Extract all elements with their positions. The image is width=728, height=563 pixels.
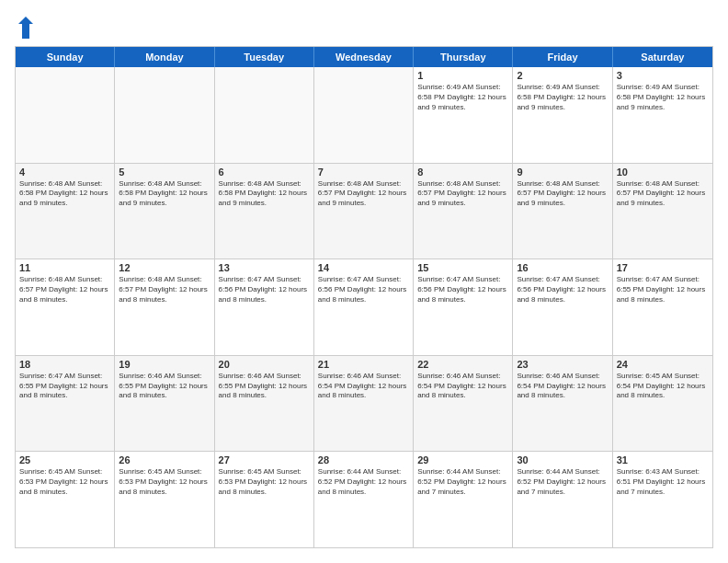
day-cell-18: 18Sunrise: 6:47 AM Sunset: 6:55 PM Dayli… bbox=[16, 356, 115, 452]
logo-icon bbox=[17, 15, 35, 40]
header-day-saturday: Saturday bbox=[613, 47, 712, 67]
header-day-thursday: Thursday bbox=[414, 47, 513, 67]
day-cell-17: 17Sunrise: 6:47 AM Sunset: 6:55 PM Dayli… bbox=[613, 259, 712, 355]
cell-info: Sunrise: 6:48 AM Sunset: 6:57 PM Dayligh… bbox=[19, 275, 110, 304]
day-number: 16 bbox=[517, 262, 608, 273]
day-cell-29: 29Sunrise: 6:44 AM Sunset: 6:52 PM Dayli… bbox=[414, 452, 513, 547]
day-number: 22 bbox=[417, 359, 508, 370]
day-cell-3: 3Sunrise: 6:49 AM Sunset: 6:58 PM Daylig… bbox=[613, 67, 712, 163]
cell-info: Sunrise: 6:46 AM Sunset: 6:55 PM Dayligh… bbox=[119, 372, 210, 401]
cell-info: Sunrise: 6:48 AM Sunset: 6:58 PM Dayligh… bbox=[219, 179, 310, 209]
calendar-body: 1Sunrise: 6:49 AM Sunset: 6:58 PM Daylig… bbox=[16, 67, 712, 547]
cell-info: Sunrise: 6:47 AM Sunset: 6:56 PM Dayligh… bbox=[417, 275, 508, 304]
calendar-week-2: 4Sunrise: 6:48 AM Sunset: 6:58 PM Daylig… bbox=[16, 164, 712, 260]
day-cell-6: 6Sunrise: 6:48 AM Sunset: 6:58 PM Daylig… bbox=[215, 164, 314, 259]
day-cell-2: 2Sunrise: 6:49 AM Sunset: 6:58 PM Daylig… bbox=[513, 67, 612, 163]
calendar-week-1: 1Sunrise: 6:49 AM Sunset: 6:58 PM Daylig… bbox=[16, 67, 712, 164]
header-day-monday: Monday bbox=[115, 47, 214, 67]
day-cell-13: 13Sunrise: 6:47 AM Sunset: 6:56 PM Dayli… bbox=[215, 259, 314, 355]
header bbox=[15, 15, 713, 37]
cell-info: Sunrise: 6:47 AM Sunset: 6:55 PM Dayligh… bbox=[617, 275, 709, 304]
cell-info: Sunrise: 6:49 AM Sunset: 6:58 PM Dayligh… bbox=[417, 83, 508, 112]
page: SundayMondayTuesdayWednesdayThursdayFrid… bbox=[0, 0, 728, 563]
day-number: 1 bbox=[417, 70, 508, 81]
day-number: 30 bbox=[517, 454, 608, 465]
cell-info: Sunrise: 6:46 AM Sunset: 6:54 PM Dayligh… bbox=[517, 372, 608, 401]
day-number: 27 bbox=[219, 454, 310, 465]
day-number: 15 bbox=[417, 262, 508, 273]
header-day-sunday: Sunday bbox=[16, 47, 115, 67]
day-number: 17 bbox=[617, 262, 709, 273]
day-number: 5 bbox=[119, 167, 210, 178]
day-cell-22: 22Sunrise: 6:46 AM Sunset: 6:54 PM Dayli… bbox=[414, 356, 513, 452]
day-number: 7 bbox=[318, 167, 409, 178]
day-number: 18 bbox=[19, 359, 110, 370]
cell-info: Sunrise: 6:48 AM Sunset: 6:58 PM Dayligh… bbox=[19, 179, 110, 209]
calendar-week-5: 25Sunrise: 6:45 AM Sunset: 6:53 PM Dayli… bbox=[16, 452, 712, 547]
day-cell-30: 30Sunrise: 6:44 AM Sunset: 6:52 PM Dayli… bbox=[513, 452, 612, 547]
day-cell-16: 16Sunrise: 6:47 AM Sunset: 6:56 PM Dayli… bbox=[513, 259, 612, 355]
cell-info: Sunrise: 6:48 AM Sunset: 6:57 PM Dayligh… bbox=[617, 179, 709, 209]
day-number: 20 bbox=[219, 359, 310, 370]
empty-cell bbox=[115, 67, 214, 163]
cell-info: Sunrise: 6:45 AM Sunset: 6:53 PM Dayligh… bbox=[219, 467, 310, 497]
day-number: 4 bbox=[19, 167, 110, 178]
day-cell-11: 11Sunrise: 6:48 AM Sunset: 6:57 PM Dayli… bbox=[16, 259, 115, 355]
day-number: 21 bbox=[318, 359, 409, 370]
day-number: 9 bbox=[517, 167, 608, 178]
day-cell-26: 26Sunrise: 6:45 AM Sunset: 6:53 PM Dayli… bbox=[115, 452, 214, 547]
day-cell-7: 7Sunrise: 6:48 AM Sunset: 6:57 PM Daylig… bbox=[314, 164, 414, 259]
cell-info: Sunrise: 6:44 AM Sunset: 6:52 PM Dayligh… bbox=[417, 467, 508, 497]
cell-info: Sunrise: 6:47 AM Sunset: 6:56 PM Dayligh… bbox=[517, 275, 608, 304]
day-cell-5: 5Sunrise: 6:48 AM Sunset: 6:58 PM Daylig… bbox=[115, 164, 214, 259]
day-cell-10: 10Sunrise: 6:48 AM Sunset: 6:57 PM Dayli… bbox=[613, 164, 712, 259]
cell-info: Sunrise: 6:46 AM Sunset: 6:54 PM Dayligh… bbox=[417, 372, 508, 401]
day-cell-15: 15Sunrise: 6:47 AM Sunset: 6:56 PM Dayli… bbox=[414, 259, 513, 355]
day-cell-8: 8Sunrise: 6:48 AM Sunset: 6:57 PM Daylig… bbox=[414, 164, 513, 259]
day-cell-4: 4Sunrise: 6:48 AM Sunset: 6:58 PM Daylig… bbox=[16, 164, 115, 259]
cell-info: Sunrise: 6:47 AM Sunset: 6:56 PM Dayligh… bbox=[219, 275, 310, 304]
day-number: 3 bbox=[617, 70, 709, 81]
cell-info: Sunrise: 6:45 AM Sunset: 6:53 PM Dayligh… bbox=[19, 467, 110, 497]
day-number: 6 bbox=[219, 167, 310, 178]
cell-info: Sunrise: 6:48 AM Sunset: 6:57 PM Dayligh… bbox=[318, 179, 409, 209]
cell-info: Sunrise: 6:48 AM Sunset: 6:57 PM Dayligh… bbox=[517, 179, 608, 209]
cell-info: Sunrise: 6:44 AM Sunset: 6:52 PM Dayligh… bbox=[517, 467, 608, 497]
cell-info: Sunrise: 6:47 AM Sunset: 6:55 PM Dayligh… bbox=[19, 372, 110, 401]
empty-cell bbox=[16, 67, 115, 163]
empty-cell bbox=[215, 67, 314, 163]
cell-info: Sunrise: 6:45 AM Sunset: 6:54 PM Dayligh… bbox=[617, 372, 709, 401]
day-number: 10 bbox=[617, 167, 709, 178]
day-number: 19 bbox=[119, 359, 210, 370]
day-cell-27: 27Sunrise: 6:45 AM Sunset: 6:53 PM Dayli… bbox=[215, 452, 314, 547]
cell-info: Sunrise: 6:48 AM Sunset: 6:58 PM Dayligh… bbox=[119, 179, 210, 209]
day-cell-31: 31Sunrise: 6:43 AM Sunset: 6:51 PM Dayli… bbox=[613, 452, 712, 547]
cell-info: Sunrise: 6:44 AM Sunset: 6:52 PM Dayligh… bbox=[318, 467, 409, 497]
day-number: 26 bbox=[119, 454, 210, 465]
day-number: 24 bbox=[617, 359, 709, 370]
day-cell-25: 25Sunrise: 6:45 AM Sunset: 6:53 PM Dayli… bbox=[16, 452, 115, 547]
day-cell-19: 19Sunrise: 6:46 AM Sunset: 6:55 PM Dayli… bbox=[115, 356, 214, 452]
day-cell-24: 24Sunrise: 6:45 AM Sunset: 6:54 PM Dayli… bbox=[613, 356, 712, 452]
empty-cell bbox=[314, 67, 414, 163]
calendar: SundayMondayTuesdayWednesdayThursdayFrid… bbox=[15, 46, 713, 548]
day-number: 25 bbox=[19, 454, 110, 465]
day-cell-23: 23Sunrise: 6:46 AM Sunset: 6:54 PM Dayli… bbox=[513, 356, 612, 452]
day-number: 29 bbox=[417, 454, 508, 465]
day-number: 2 bbox=[517, 70, 608, 81]
day-cell-1: 1Sunrise: 6:49 AM Sunset: 6:58 PM Daylig… bbox=[414, 67, 513, 163]
header-day-tuesday: Tuesday bbox=[215, 47, 314, 67]
cell-info: Sunrise: 6:46 AM Sunset: 6:54 PM Dayligh… bbox=[318, 372, 409, 401]
day-number: 23 bbox=[517, 359, 608, 370]
day-cell-14: 14Sunrise: 6:47 AM Sunset: 6:56 PM Dayli… bbox=[314, 259, 414, 355]
cell-info: Sunrise: 6:49 AM Sunset: 6:58 PM Dayligh… bbox=[617, 83, 709, 112]
day-cell-9: 9Sunrise: 6:48 AM Sunset: 6:57 PM Daylig… bbox=[513, 164, 612, 259]
cell-info: Sunrise: 6:46 AM Sunset: 6:55 PM Dayligh… bbox=[219, 372, 310, 401]
cell-info: Sunrise: 6:47 AM Sunset: 6:56 PM Dayligh… bbox=[318, 275, 409, 304]
day-cell-28: 28Sunrise: 6:44 AM Sunset: 6:52 PM Dayli… bbox=[314, 452, 414, 547]
day-number: 11 bbox=[19, 262, 110, 273]
cell-info: Sunrise: 6:49 AM Sunset: 6:58 PM Dayligh… bbox=[517, 83, 608, 112]
day-number: 28 bbox=[318, 454, 409, 465]
day-cell-20: 20Sunrise: 6:46 AM Sunset: 6:55 PM Dayli… bbox=[215, 356, 314, 452]
day-number: 8 bbox=[417, 167, 508, 178]
